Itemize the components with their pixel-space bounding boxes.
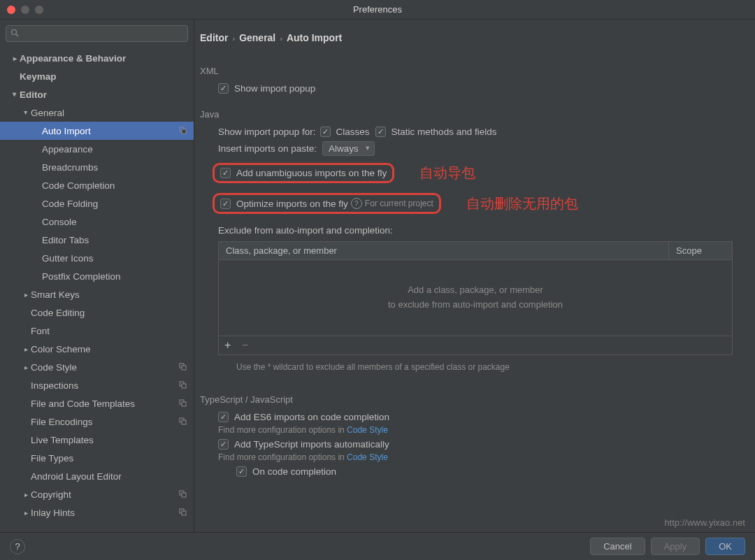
minimize-icon[interactable]	[21, 6, 29, 14]
chevron-icon[interactable]: ▸	[21, 491, 31, 498]
sidebar-item-label: Code Editing	[31, 308, 85, 318]
sidebar-item-appearance-behavior[interactable]: ▸Appearance & Behavior	[0, 49, 194, 67]
sidebar-item-auto-import[interactable]: Auto Import	[0, 122, 194, 140]
code-style-link[interactable]: Code Style	[347, 425, 388, 435]
add-ts-checkbox[interactable]	[218, 439, 229, 450]
sidebar-item-smart-keys[interactable]: ▸Smart Keys	[0, 285, 194, 303]
add-exclude-button[interactable]: +	[224, 339, 231, 351]
add-unambiguous-highlight: Add unambiguous imports on the fly	[213, 163, 394, 183]
col-scope-header[interactable]: Scope	[669, 242, 732, 259]
sidebar-item-label: Console	[42, 217, 77, 227]
static-methods-label: Static methods and fields	[391, 127, 497, 137]
chevron-icon[interactable]: ▸	[22, 108, 30, 117]
code-style-link-2[interactable]: Code Style	[347, 452, 388, 462]
sidebar-item-breadcrumbs[interactable]: Breadcrumbs	[0, 158, 194, 176]
for-current-project-label: For current project	[365, 199, 433, 208]
sidebar-item-editor[interactable]: ▸Editor	[0, 85, 194, 103]
sidebar-item-code-style[interactable]: ▸Code Style	[0, 358, 194, 376]
help-icon[interactable]: ?	[351, 198, 362, 209]
add-es6-checkbox[interactable]	[218, 412, 229, 422]
sidebar-item-inspections[interactable]: Inspections	[0, 376, 194, 394]
exclude-table: Class, package, or member Scope Add a cl…	[218, 241, 733, 355]
svg-rect-7	[182, 384, 186, 388]
breadcrumb: Editor›General›Auto Import	[200, 20, 740, 50]
sidebar-item-label: Postfix Completion	[42, 271, 121, 282]
add-es6-label: Add ES6 imports on code completion	[234, 412, 389, 422]
cancel-button[interactable]: Cancel	[590, 538, 645, 555]
sidebar-item-label: Gutter Icons	[42, 253, 94, 264]
content-pane: Editor›General›Auto Import XML Show impo…	[194, 20, 755, 537]
sidebar-item-live-templates[interactable]: Live Templates	[0, 431, 194, 449]
sidebar-item-label: Inspections	[31, 380, 78, 391]
sidebar-item-file-code-templates[interactable]: File and Code Templates	[0, 394, 194, 412]
chevron-icon[interactable]: ▸	[10, 55, 20, 62]
help-button[interactable]: ?	[10, 539, 25, 554]
sidebar-item-inlay-hints[interactable]: ▸Inlay Hints	[0, 503, 194, 522]
maximize-icon[interactable]	[35, 6, 43, 14]
footer: ? Cancel Apply OK	[0, 532, 755, 560]
sidebar-item-copyright[interactable]: ▸Copyright	[0, 485, 194, 503]
search-icon	[10, 29, 19, 39]
sidebar-item-editor-tabs[interactable]: Editor Tabs	[0, 231, 194, 249]
window-title: Preferences	[0, 4, 755, 15]
close-icon[interactable]	[7, 6, 15, 14]
shared-settings-icon	[179, 508, 187, 517]
svg-rect-15	[182, 511, 186, 515]
chevron-icon[interactable]: ▸	[21, 364, 31, 371]
classes-checkbox[interactable]	[320, 127, 331, 137]
sidebar-item-postfix-completion[interactable]: Postfix Completion	[0, 267, 194, 285]
sidebar-item-gutter-icons[interactable]: Gutter Icons	[0, 249, 194, 267]
sidebar: ▸Appearance & BehaviorKeymap▸Editor▸Gene…	[0, 20, 194, 537]
sidebar-item-label: Code Completion	[42, 180, 115, 191]
remove-exclude-button[interactable]: −	[242, 339, 248, 351]
add-unambiguous-label: Add unambiguous imports on the fly	[236, 168, 387, 178]
sidebar-item-label: Keymap	[20, 71, 57, 82]
insert-on-paste-dropdown[interactable]: Always	[322, 141, 375, 156]
svg-rect-9	[182, 402, 186, 406]
sidebar-item-label: Android Layout Editor	[31, 471, 122, 482]
xml-show-import-popup-checkbox[interactable]	[218, 83, 229, 94]
exclude-empty: Add a class, package, or member to exclu…	[219, 260, 732, 336]
chevron-icon[interactable]: ▸	[21, 291, 31, 299]
apply-button[interactable]: Apply	[651, 538, 700, 555]
shared-settings-icon	[179, 417, 187, 426]
col-class-header[interactable]: Class, package, or member	[219, 242, 669, 259]
optimize-highlight: Optimize imports on the fly ? For curren…	[213, 193, 441, 214]
sidebar-item-label: General	[31, 108, 64, 118]
add-unambiguous-checkbox[interactable]	[220, 168, 231, 178]
sidebar-item-color-scheme[interactable]: ▸Color Scheme	[0, 340, 194, 358]
sidebar-item-code-completion[interactable]: Code Completion	[0, 176, 194, 194]
sidebar-item-label: Color Scheme	[31, 344, 91, 354]
sidebar-item-label: File Encodings	[31, 417, 93, 427]
svg-rect-5	[182, 366, 186, 370]
sidebar-item-keymap[interactable]: Keymap	[0, 67, 194, 85]
ok-button[interactable]: OK	[705, 538, 745, 555]
wildcard-hint: Use the * wildcard to exclude all member…	[236, 361, 544, 373]
sidebar-item-code-folding[interactable]: Code Folding	[0, 194, 194, 213]
sidebar-item-code-editing[interactable]: Code Editing	[0, 303, 194, 322]
sidebar-item-file-types[interactable]: File Types	[0, 449, 194, 467]
chevron-icon[interactable]: ▸	[21, 509, 31, 517]
on-completion-checkbox[interactable]	[236, 466, 247, 477]
sidebar-item-font[interactable]: Font	[0, 322, 194, 340]
sidebar-item-label: Smart Keys	[31, 289, 80, 300]
sidebar-item-appearance[interactable]: Appearance	[0, 140, 194, 158]
shared-settings-icon	[179, 363, 187, 372]
sidebar-item-label: Code Style	[31, 362, 77, 373]
sidebar-item-general[interactable]: ▸General	[0, 103, 194, 122]
exclude-label: Exclude from auto-import and completion:	[218, 225, 393, 236]
add-ts-label: Add TypeScript imports automatically	[234, 439, 389, 450]
annotation-auto-import: 自动导包	[419, 164, 475, 182]
chevron-icon[interactable]: ▸	[11, 89, 19, 99]
sidebar-item-label: Copyright	[31, 489, 71, 500]
shared-settings-icon	[179, 381, 187, 390]
sidebar-item-android-layout-editor[interactable]: Android Layout Editor	[0, 467, 194, 485]
optimize-checkbox[interactable]	[220, 199, 231, 209]
search-input[interactable]	[6, 25, 188, 42]
sidebar-item-file-encodings[interactable]: File Encodings	[0, 412, 194, 431]
static-methods-checkbox[interactable]	[375, 127, 386, 137]
watermark: http://www.yixao.net	[664, 517, 745, 528]
sidebar-item-label: Appearance	[42, 144, 93, 155]
chevron-icon[interactable]: ▸	[21, 345, 31, 353]
sidebar-item-console[interactable]: Console	[0, 213, 194, 231]
